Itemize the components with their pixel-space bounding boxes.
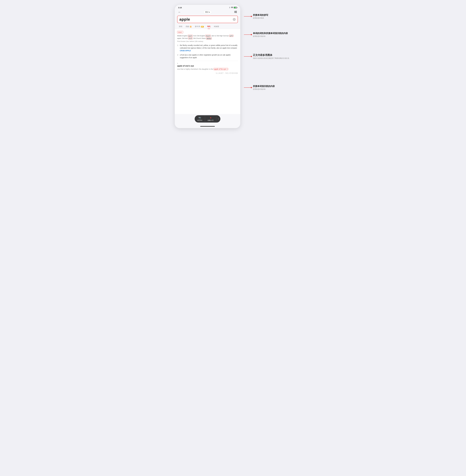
def-text-1: the fleshy usually rounded red, yellow, … bbox=[180, 44, 238, 52]
ann-title-3: 正文内容多用黑体 bbox=[253, 53, 289, 57]
arrow-icon: › bbox=[218, 118, 219, 120]
ann-dot-1 bbox=[251, 16, 252, 17]
search-bar-container: apple × bbox=[175, 15, 240, 24]
more-button[interactable]: › bbox=[216, 117, 220, 121]
dict-content: noun. Middle English appel, from Old Eng… bbox=[175, 29, 240, 114]
etymology-word-1: appel bbox=[188, 35, 192, 37]
annotation-pos: 单词的词性和所搜单词强关联的内容 使用的是衬线斜体 bbox=[244, 32, 288, 37]
ann-connector-2 bbox=[244, 34, 252, 35]
etymology-word-2: æppel bbox=[205, 35, 210, 37]
notes-label: 笔记419 bbox=[197, 119, 202, 121]
status-bar: 3:15 ⠿ bbox=[175, 5, 240, 10]
ann-connector-3 bbox=[244, 56, 252, 57]
favorite-button[interactable]: ★ 收藏2.4万 bbox=[205, 115, 216, 122]
definitions-list: 1: the fleshy usually rounded red, yello… bbox=[177, 44, 238, 59]
tab-jianming[interactable]: 简明 bbox=[177, 24, 184, 29]
signal-icon: ⠿ bbox=[229, 7, 230, 9]
svg-point-8 bbox=[236, 12, 236, 13]
crab-apple-link[interactable]: CRAB APPLE bbox=[180, 50, 191, 52]
notes-icon: 📷 bbox=[198, 117, 201, 119]
bottom-pill: 📷 笔记419 ★ 收藏2.4万 › bbox=[195, 115, 220, 122]
first-known-use: First Known Use: before 12th century bbox=[177, 40, 238, 42]
ann-line-4 bbox=[244, 87, 251, 88]
ann-dot-4 bbox=[251, 87, 252, 88]
search-clear-button[interactable]: × bbox=[233, 18, 236, 21]
annotation-body: 正文内容多用黑体 强的行动按钮以及状态都是用了网易词典的主色红色 bbox=[244, 53, 289, 60]
tab-kelinsi[interactable]: 柯林斯 bbox=[212, 24, 221, 29]
ann-dot-3 bbox=[251, 56, 252, 57]
ann-text-2: 单词的词性和所搜单词强关联的内容 使用的是衬线斜体 bbox=[252, 32, 288, 37]
battery-fill bbox=[234, 7, 236, 8]
search-word[interactable]: apple bbox=[179, 17, 190, 22]
home-bar bbox=[200, 126, 215, 127]
tab-siji[interactable]: 四级 🔁 bbox=[184, 24, 193, 29]
etymology-word-5: ablŭko bbox=[206, 37, 211, 39]
def-text-2: a fruit (as a star apple) or other veget… bbox=[180, 54, 238, 59]
vip-badge: VIP bbox=[201, 26, 204, 27]
phrase-section: 1 apple of one's eye one that is highly … bbox=[177, 62, 238, 71]
annotation-related: 所搜单词强关联的内容 使用的是衬线斜体 bbox=[244, 85, 275, 90]
ann-subtitle-3: 强的行动按钮以及状态都是用了网易词典的主色红色 bbox=[253, 57, 289, 60]
wifi-icon bbox=[231, 7, 233, 9]
ann-line-3 bbox=[244, 56, 251, 57]
battery-icon bbox=[234, 7, 237, 8]
annotation-panel: 所搜单词的拼写 使用的是衬线体 单词的词性和所搜单词强关联的内容 使用的是衬线斜… bbox=[240, 5, 291, 109]
etymology-word-3: apful bbox=[229, 35, 233, 37]
favorite-label: 收藏2.4万 bbox=[208, 119, 213, 121]
phrase-title: apple of one's eye bbox=[177, 65, 238, 67]
ann-title-1: 所搜单词的拼写 bbox=[253, 14, 268, 16]
phone-frame: 3:15 ⠿ ← 英汉 ▾ bbox=[175, 5, 240, 128]
svg-rect-6 bbox=[234, 12, 236, 13]
settings-button[interactable] bbox=[234, 11, 237, 14]
back-button[interactable]: ← bbox=[178, 11, 181, 14]
phrase-num: 1 bbox=[177, 62, 238, 64]
favorite-icon: ★ bbox=[210, 117, 212, 119]
etymology-text: Middle English appel, from Old English æ… bbox=[177, 35, 238, 40]
tabs-row: 简明 四级 🔁 新牛津 VIP 韦氏 柯林斯 bbox=[175, 24, 240, 29]
ann-title-4: 所搜单词强关联的内容 bbox=[253, 85, 275, 88]
outer-wrapper: 3:15 ⠿ ← 英汉 ▾ bbox=[175, 5, 291, 128]
ann-line-1 bbox=[244, 16, 251, 16]
ann-dot-2 bbox=[251, 34, 252, 35]
pos-tag: noun. bbox=[177, 31, 183, 33]
ann-text-4: 所搜单词强关联的内容 使用的是衬线斜体 bbox=[252, 85, 275, 90]
lang-selector-button[interactable]: 英汉 ▾ bbox=[203, 10, 212, 14]
ann-subtitle-2: 使用的是衬线斜体 bbox=[253, 35, 288, 37]
tab-weishi[interactable]: 韦氏 bbox=[205, 24, 212, 29]
ann-connector-4 bbox=[244, 87, 252, 88]
def-num-2: 2: bbox=[177, 54, 179, 59]
status-time: 3:15 bbox=[178, 7, 182, 9]
svg-rect-0 bbox=[234, 11, 236, 11]
def-num-1: 1: bbox=[177, 44, 179, 52]
definition-item-1: 1: the fleshy usually rounded red, yello… bbox=[177, 44, 238, 52]
ann-title-2: 单词的词性和所搜单词强关联的内容 bbox=[253, 32, 288, 35]
phrase-def: one that is highly cherished <his daught… bbox=[177, 68, 238, 71]
ann-text-1: 所搜单词的拼写 使用的是衬线体 bbox=[252, 14, 268, 19]
ann-text-3: 正文内容多用黑体 强的行动按钮以及状态都是用了网易词典的主色红色 bbox=[252, 53, 289, 60]
source-note: 以上来源于：韦氏大学英语词典 bbox=[177, 71, 238, 75]
annotations-container: 所搜单词的拼写 使用的是衬线体 单词的词性和所搜单词强关联的内容 使用的是衬线斜… bbox=[244, 5, 291, 109]
phrase-example: apple of his eye > bbox=[214, 68, 228, 70]
ann-subtitle-1: 使用的是衬线体 bbox=[253, 17, 268, 19]
ann-connector-1 bbox=[244, 16, 252, 17]
search-bar: apple × bbox=[177, 16, 238, 23]
svg-point-5 bbox=[235, 12, 235, 12]
chevron-down-icon: ▾ bbox=[209, 11, 210, 13]
tab-xinniujin[interactable]: 新牛津 VIP bbox=[193, 24, 205, 29]
notes-button[interactable]: 📷 笔记419 bbox=[195, 115, 205, 122]
svg-point-2 bbox=[236, 11, 236, 12]
bottom-bar: 📷 笔记419 ★ 收藏2.4万 › bbox=[175, 114, 240, 124]
ann-subtitle-4: 使用的是衬线斜体 bbox=[253, 88, 275, 90]
annotation-spelling: 所搜单词的拼写 使用的是衬线体 bbox=[244, 14, 268, 19]
definition-item-2: 2: a fruit (as a star apple) or other ve… bbox=[177, 54, 238, 59]
etymology-word-4: ubull bbox=[188, 37, 192, 39]
home-indicator bbox=[175, 124, 240, 128]
status-icons: ⠿ bbox=[229, 7, 237, 9]
ann-line-2 bbox=[244, 35, 251, 35]
siji-icon: 🔁 bbox=[190, 26, 191, 27]
nav-bar: ← 英汉 ▾ bbox=[175, 10, 240, 15]
